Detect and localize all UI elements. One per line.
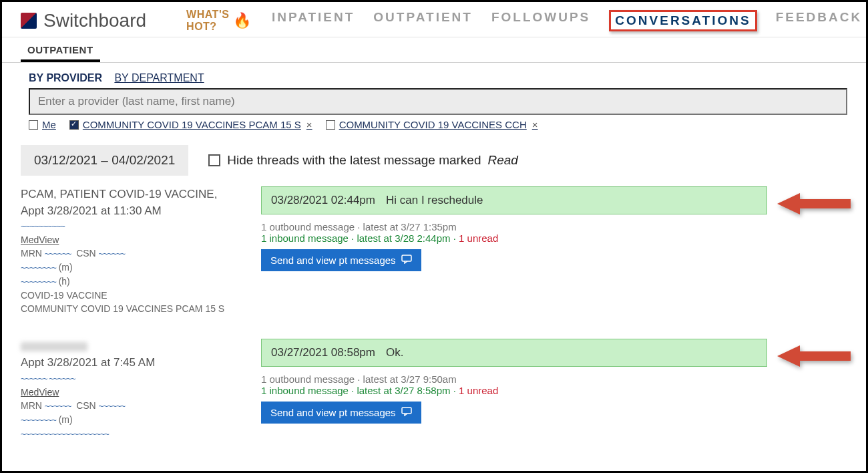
chip-label: Me (42, 119, 56, 130)
subtab-row: OUTPATIENT (2, 37, 866, 63)
thread-main: 03/28/2021 02:44pm Hi can I reschedule 1… (261, 186, 847, 316)
phone-h-line: ~~~~~~~~ (h) (21, 275, 241, 289)
checkbox-icon[interactable] (208, 154, 220, 166)
main-nav: INPATIENT OUTPATIENT FOLLOWUPS CONVERSAT… (272, 10, 862, 31)
appt-line: Appt 3/28/2021 at 7:45 AM (21, 355, 241, 371)
subtab-outpatient[interactable]: OUTPATIENT (21, 41, 100, 62)
svg-marker-1 (777, 193, 851, 214)
fire-blob-icon: 🔥 (233, 12, 252, 29)
nav-inpatient[interactable]: INPATIENT (272, 10, 355, 31)
checkbox-icon[interactable] (29, 120, 38, 130)
filter-chip-row: Me COMMUNITY COVID 19 VACCINES PCAM 15 S… (29, 119, 847, 130)
unread-count: 1 unread (459, 232, 498, 244)
thread-summary: 1 outbound message · latest at 3/27 1:35… (261, 221, 767, 244)
annotation-arrow-icon (777, 341, 851, 373)
message-timestamp: 03/27/2021 08:58pm (271, 346, 375, 359)
thread-list: PCAM, PATIENT COVID-19 VACCINE, Appt 3/2… (2, 182, 866, 441)
annotation-arrow-icon (777, 189, 851, 221)
date-range-picker[interactable]: 03/12/2021 – 04/02/2021 (21, 145, 188, 176)
phone-m-line: ~~~~~~~~ (m) (21, 413, 241, 427)
checkbox-checked-icon[interactable] (69, 120, 79, 130)
whats-hot-label: WHAT'S HOT? (186, 9, 229, 33)
brand[interactable]: Switchboard (21, 10, 146, 31)
latest-message-bubble[interactable]: 03/27/2021 08:58pm Ok. (261, 339, 767, 367)
vaccine-line: COVID-19 VACCINE (21, 289, 241, 302)
thread-main: 03/27/2021 08:58pm Ok. 1 outbound messag… (261, 339, 847, 441)
latest-message-bubble[interactable]: 03/28/2021 02:44pm Hi can I reschedule (261, 186, 767, 214)
redacted-name (21, 342, 87, 351)
dept-line: COMMUNITY COVID 19 VACCINES PCAM 15 S (21, 302, 241, 315)
redacted-text: ~~~~~~ ~~~~~~ (21, 373, 75, 383)
chip-cch[interactable]: COMMUNITY COVID 19 VACCINES CCH × (326, 119, 538, 130)
button-label: Send and view pt messages (270, 255, 396, 266)
appt-line: Appt 3/28/2021 at 11:30 AM (21, 203, 241, 220)
redacted-text: ~~~~~~~~~~~~~~~~~~~~ (21, 429, 109, 439)
chip-remove-icon[interactable]: × (306, 119, 312, 130)
outbound-summary: 1 outbound message · latest at 3/27 9:50… (261, 373, 767, 385)
chip-remove-icon[interactable]: × (532, 119, 538, 130)
app-header: Switchboard WHAT'S HOT? 🔥 INPATIENT OUTP… (2, 2, 866, 37)
message-timestamp: 03/28/2021 02:44pm (271, 194, 375, 207)
hide-read-emph: Read (488, 153, 518, 168)
thread-sidebar: Appt 3/28/2021 at 7:45 AM ~~~~~~ ~~~~~~ … (21, 339, 241, 441)
checkbox-icon[interactable] (326, 120, 335, 130)
filter-mode-tabs: BY PROVIDER BY DEPARTMENT (29, 72, 847, 84)
mrn-csn-line: MRN ~~~~~~ CSN ~~~~~~ (21, 399, 241, 413)
phone-m-line: ~~~~~~~~ (m) (21, 261, 241, 275)
thread-item: Appt 3/28/2021 at 7:45 AM ~~~~~~ ~~~~~~ … (21, 339, 847, 441)
nav-outpatient[interactable]: OUTPATIENT (373, 10, 473, 31)
outbound-summary: 1 outbound message · latest at 3/27 1:35… (261, 221, 767, 232)
chip-label: COMMUNITY COVID 19 VACCINES CCH (339, 119, 527, 130)
nav-followups[interactable]: FOLLOWUPS (491, 10, 590, 31)
brand-name: Switchboard (43, 10, 146, 31)
medview-link[interactable]: MedView (21, 385, 241, 399)
inbound-summary: 1 inbound message · latest at 3/27 8:58p… (261, 385, 459, 396)
svg-marker-3 (777, 345, 851, 367)
chip-pcam-15s[interactable]: COMMUNITY COVID 19 VACCINES PCAM 15 S × (69, 119, 312, 130)
svg-rect-0 (402, 255, 411, 261)
nav-feedback[interactable]: FEEDBACK (776, 10, 863, 31)
thread-sidebar: PCAM, PATIENT COVID-19 VACCINE, Appt 3/2… (21, 186, 241, 316)
chip-label: COMMUNITY COVID 19 VACCINES PCAM 15 S (83, 119, 301, 130)
svg-rect-2 (402, 408, 411, 414)
medview-link[interactable]: MedView (21, 233, 241, 247)
send-view-messages-button[interactable]: Send and view pt messages (261, 249, 421, 271)
mrn-csn-line: MRN ~~~~~~ CSN ~~~~~~ (21, 247, 241, 261)
chat-bubble-icon (401, 255, 412, 266)
whats-hot-link[interactable]: WHAT'S HOT? 🔥 (186, 9, 252, 33)
nav-conversations[interactable]: CONVERSATIONS (609, 10, 756, 31)
unread-count: 1 unread (459, 385, 498, 396)
provider-search-input[interactable] (29, 88, 847, 115)
message-text: Hi can I reschedule (386, 194, 483, 207)
thread-item: PCAM, PATIENT COVID-19 VACCINE, Appt 3/2… (21, 186, 847, 316)
brand-logo-icon (21, 13, 37, 29)
thread-summary: 1 outbound message · latest at 3/27 9:50… (261, 373, 767, 396)
send-view-messages-button[interactable]: Send and view pt messages (261, 402, 421, 424)
chat-bubble-icon (401, 407, 412, 418)
chip-me[interactable]: Me (29, 119, 56, 130)
filter-by-department[interactable]: BY DEPARTMENT (114, 72, 204, 84)
hide-read-toggle[interactable]: Hide threads with the latest message mar… (208, 153, 518, 168)
inbound-summary: 1 inbound message · latest at 3/28 2:44p… (261, 232, 459, 244)
message-text: Ok. (386, 346, 403, 359)
button-label: Send and view pt messages (270, 407, 396, 418)
filter-block: BY PROVIDER BY DEPARTMENT Me COMMUNITY C… (2, 63, 866, 133)
redacted-text: ~~~~~~~~~~ (21, 221, 65, 231)
patient-title: PCAM, PATIENT COVID-19 VACCINE, (21, 186, 241, 203)
filter-by-provider[interactable]: BY PROVIDER (29, 72, 102, 84)
controls-row: 03/12/2021 – 04/02/2021 Hide threads wit… (2, 133, 866, 182)
hide-read-prefix: Hide threads with the latest message mar… (227, 153, 481, 168)
